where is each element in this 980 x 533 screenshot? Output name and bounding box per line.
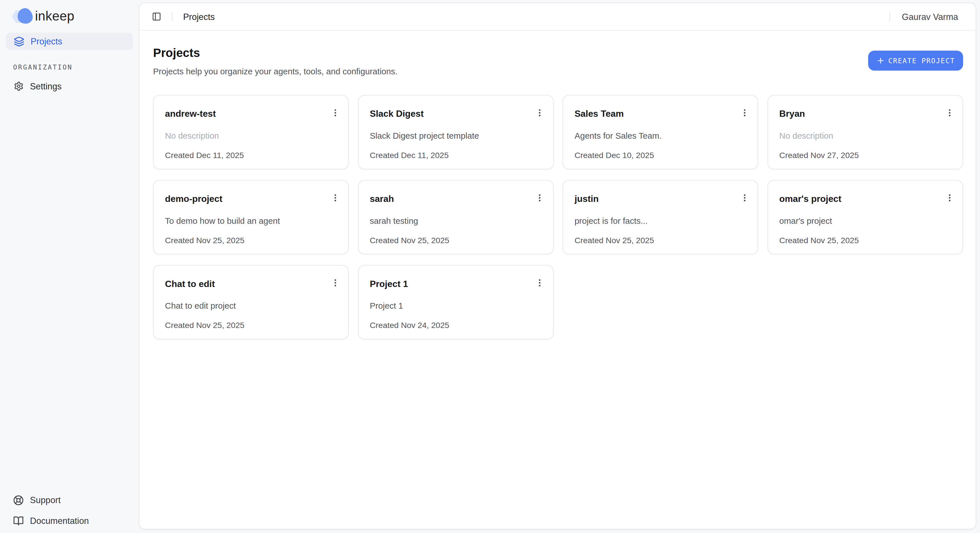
plus-icon xyxy=(877,56,885,65)
sidebar-item-label: Documentation xyxy=(30,515,89,526)
project-card-created-date: Created Dec 11, 2025 xyxy=(165,150,337,161)
sidebar-item-label: Settings xyxy=(30,81,62,91)
project-card-description: Project 1 xyxy=(370,301,542,311)
topbar-divider xyxy=(172,12,173,21)
project-card-created-date: Created Nov 25, 2025 xyxy=(779,235,951,245)
sidebar-item-projects[interactable]: Projects xyxy=(6,32,133,50)
project-card-menu-button[interactable] xyxy=(327,274,343,291)
project-card-menu-button[interactable] xyxy=(941,105,958,121)
project-card-menu-button[interactable] xyxy=(532,189,548,205)
project-card-description: sarah testing xyxy=(370,216,542,226)
inkeep-logo-mark-icon xyxy=(12,8,32,24)
kebab-vertical-icon xyxy=(330,278,340,287)
project-card-description: Slack Digest project template xyxy=(370,131,542,141)
page-header-text: Projects Projects help you organize your… xyxy=(153,46,398,78)
project-card[interactable]: sarah sarah testing Created Nov 25, 2025 xyxy=(358,180,554,254)
project-card-menu-button[interactable] xyxy=(737,189,753,205)
panel-left-icon xyxy=(151,12,161,21)
project-card-title: sarah xyxy=(370,194,542,204)
project-card-title: Slack Digest xyxy=(370,109,542,119)
project-card[interactable]: Chat to edit Chat to edit project Create… xyxy=(153,265,349,339)
project-card-title: Chat to edit xyxy=(165,279,337,289)
project-card-title: omar's project xyxy=(779,194,951,204)
kebab-vertical-icon xyxy=(330,193,340,202)
project-card-menu-button[interactable] xyxy=(327,189,343,205)
project-card[interactable]: omar's project omar's project Created No… xyxy=(767,180,963,254)
project-card[interactable]: justin project is for facts... Created N… xyxy=(563,180,758,254)
projects-grid: andrew-test No description Created Dec 1… xyxy=(140,78,976,339)
project-card-description: No description xyxy=(779,131,951,141)
project-card[interactable]: Sales Team Agents for Sales Team. Create… xyxy=(563,95,758,169)
gear-icon xyxy=(14,81,24,91)
project-card-created-date: Created Dec 11, 2025 xyxy=(370,150,542,161)
project-card[interactable]: demo-project To demo how to build an age… xyxy=(153,180,349,254)
project-card-title: Bryan xyxy=(779,109,951,119)
project-card-description: omar's project xyxy=(779,216,951,226)
kebab-vertical-icon xyxy=(535,278,545,287)
project-card-menu-button[interactable] xyxy=(327,105,343,121)
kebab-vertical-icon xyxy=(945,108,954,117)
main-panel: Projects Gaurav Varma Projects Projects … xyxy=(138,3,976,530)
book-open-icon xyxy=(13,515,24,526)
project-card-description: Agents for Sales Team. xyxy=(574,131,746,141)
kebab-vertical-icon xyxy=(740,193,749,202)
project-card-menu-button[interactable] xyxy=(532,274,548,291)
layers-icon xyxy=(14,36,24,46)
sidebar-item-support[interactable]: Support xyxy=(6,491,133,509)
sidebar-item-settings[interactable]: Settings xyxy=(6,78,133,95)
project-card-description: To demo how to build an agent xyxy=(165,216,337,226)
sidebar: inkeep Projects ORGANIZATION Settings xyxy=(0,0,138,533)
project-card[interactable]: Project 1 Project 1 Created Nov 24, 2025 xyxy=(358,265,554,339)
user-menu[interactable]: Gaurav Varma xyxy=(902,12,958,22)
project-card-created-date: Created Nov 25, 2025 xyxy=(370,235,542,245)
logo-text: inkeep xyxy=(35,9,75,24)
project-card-created-date: Created Nov 27, 2025 xyxy=(779,150,951,161)
sidebar-footer: Support Documentation xyxy=(6,491,133,529)
project-card-created-date: Created Nov 25, 2025 xyxy=(165,320,337,331)
create-project-label: CREATE PROJECT xyxy=(888,57,955,65)
project-card-created-date: Created Nov 25, 2025 xyxy=(574,235,746,245)
project-card-description: project is for facts... xyxy=(574,216,746,226)
project-card-title: andrew-test xyxy=(165,109,337,119)
app-root: inkeep Projects ORGANIZATION Settings xyxy=(0,0,980,533)
project-card-title: Project 1 xyxy=(370,279,542,289)
project-card-menu-button[interactable] xyxy=(941,189,958,205)
page-subtitle: Projects help you organize your agents, … xyxy=(153,66,398,78)
sidebar-section-organization: ORGANIZATION xyxy=(13,63,73,71)
project-card-created-date: Created Dec 10, 2025 xyxy=(574,150,746,161)
project-card-description: Chat to edit project xyxy=(165,301,337,311)
project-card-created-date: Created Nov 24, 2025 xyxy=(370,320,542,331)
project-card-created-date: Created Nov 25, 2025 xyxy=(165,235,337,245)
kebab-vertical-icon xyxy=(535,193,545,202)
project-card[interactable]: Bryan No description Created Nov 27, 202… xyxy=(767,95,963,169)
sidebar-item-label: Projects xyxy=(31,36,62,46)
page-title: Projects xyxy=(153,46,398,60)
project-card-menu-button[interactable] xyxy=(532,105,548,121)
topbar-divider xyxy=(889,12,890,21)
project-card-title: demo-project xyxy=(165,194,337,204)
project-card-menu-button[interactable] xyxy=(737,105,753,121)
kebab-vertical-icon xyxy=(535,108,545,117)
kebab-vertical-icon xyxy=(945,193,954,202)
project-card-title: Sales Team xyxy=(574,109,746,119)
project-card[interactable]: andrew-test No description Created Dec 1… xyxy=(153,95,349,169)
sidebar-item-label: Support xyxy=(30,495,60,505)
project-card-title: justin xyxy=(574,194,746,204)
project-card[interactable]: Slack Digest Slack Digest project templa… xyxy=(358,95,554,169)
page-header: Projects Projects help you organize your… xyxy=(140,31,976,78)
breadcrumb: Projects xyxy=(183,12,215,22)
create-project-button[interactable]: CREATE PROJECT xyxy=(869,51,963,71)
kebab-vertical-icon xyxy=(330,108,340,117)
kebab-vertical-icon xyxy=(740,108,749,117)
project-card-description: No description xyxy=(165,131,337,141)
sidebar-toggle-button[interactable] xyxy=(148,8,164,25)
topbar: Projects Gaurav Varma xyxy=(140,3,976,31)
logo[interactable]: inkeep xyxy=(12,8,75,24)
sidebar-item-documentation[interactable]: Documentation xyxy=(6,512,133,529)
life-buoy-icon xyxy=(13,495,24,505)
